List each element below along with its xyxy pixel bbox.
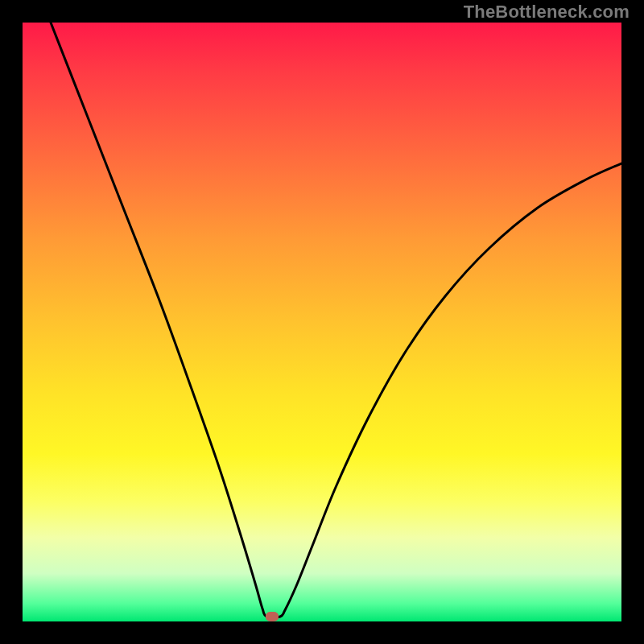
min-marker-icon [266, 612, 279, 621]
watermark-text: TheBottleneck.com [464, 2, 630, 23]
plot-area [23, 23, 621, 621]
curve-layer [23, 23, 621, 621]
chart-frame: TheBottleneck.com [0, 0, 644, 644]
bottleneck-curve [51, 23, 621, 617]
